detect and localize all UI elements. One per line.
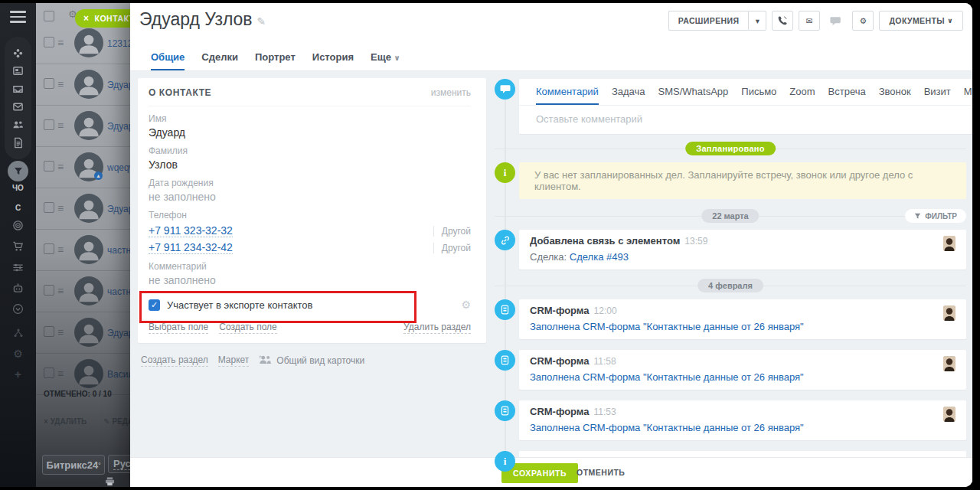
tl-tab-zoom[interactable]: Zoom <box>789 86 815 105</box>
field-label: Дата рождения <box>149 178 471 188</box>
planned-divider: Запланировано <box>495 142 966 155</box>
edit-section-link[interactable]: изменить <box>431 87 471 98</box>
inbox-icon[interactable] <box>12 83 24 95</box>
chevron-down-icon[interactable] <box>0 303 36 315</box>
field-value-birthdate: не заполнено <box>149 191 471 203</box>
edit-title-icon[interactable]: ✎ <box>257 15 266 28</box>
card-view-link[interactable]: Общий вид карточки <box>276 355 364 366</box>
contact-header: Эдуард Узлов✎ Общие Сделки Портрет Истор… <box>130 3 972 71</box>
phone-link[interactable]: +7 911 234-32-42 <box>149 241 233 254</box>
contact-list-row[interactable]: ≡Эдуард <box>36 106 130 147</box>
create-section-link[interactable]: Создать раздел <box>141 354 208 367</box>
timeline-entry-crm-form[interactable]: CRM-форма12:00 Заполнена CRM-форма "Конт… <box>519 299 966 339</box>
menu-icon[interactable] <box>10 11 26 26</box>
field-label: Фамилия <box>149 145 471 156</box>
bitrix24-app: ЧО С ⚙ + ⚙ ≡123123 ≡Эдуарж ≡Эдуард ≡wqeq… <box>0 3 972 487</box>
tl-tab-letter[interactable]: Письмо <box>741 86 776 105</box>
section-title: О КОНТАКТЕ <box>149 87 211 98</box>
settings-gear-button[interactable]: ⚙ <box>852 11 874 31</box>
timeline-entry-crm-form[interactable]: CRM-форма11:58 Заполнена CRM-форма "Конт… <box>519 350 966 390</box>
tab-more[interactable]: Еще ∨ <box>371 51 400 70</box>
tl-tab-sms[interactable]: SMS/WhatsApp <box>658 86 729 105</box>
contact-slider: Эдуард Узлов✎ Общие Сделки Портрет Истор… <box>130 3 972 487</box>
export-checkbox[interactable]: ✓ <box>149 299 160 311</box>
target-icon[interactable] <box>0 220 36 231</box>
timeline-tabs: Комментарий Задача SMS/WhatsApp Письмо Z… <box>519 79 972 106</box>
avatar <box>943 305 956 321</box>
gear-icon[interactable]: ⚙ <box>0 348 36 360</box>
tab-portrait[interactable]: Портрет <box>255 51 296 70</box>
timeline-entry-link[interactable]: Добавлена связь с элементом13:59 Сделка:… <box>519 230 966 270</box>
tab-deals[interactable]: Сделки <box>201 51 238 70</box>
deal-link[interactable]: Сделка #493 <box>570 251 629 263</box>
crm-form-link[interactable]: Заполнена CRM-форма "Контактные данные о… <box>530 371 804 383</box>
comment-bubble-icon <box>495 79 515 100</box>
tl-tab-market[interactable]: Маркет <box>964 86 972 105</box>
printer-icon[interactable] <box>105 475 115 487</box>
avatar <box>943 407 956 422</box>
date-divider: 22 марта ФИЛЬТР <box>495 209 966 223</box>
sliders-icon[interactable] <box>0 262 36 273</box>
bot-icon[interactable] <box>0 283 36 294</box>
mail-icon[interactable] <box>12 101 24 113</box>
cart-icon[interactable] <box>0 240 36 252</box>
contact-list-row[interactable]: ≡частно <box>36 271 130 312</box>
crm-form-link[interactable]: Заполнена CRM-форма "Контактные данные о… <box>530 321 804 332</box>
phone-type: Другой <box>433 243 471 253</box>
sidebar-icon-group <box>5 37 31 159</box>
close-icon[interactable]: × <box>83 13 90 24</box>
contact-list-row[interactable]: ≡123123 <box>36 23 130 64</box>
cancel-button[interactable]: ОТМЕНИТЬ <box>577 468 625 477</box>
main-sidebar: ЧО С ⚙ + <box>0 3 36 487</box>
contact-list-row[interactable]: ≡Эдуард <box>36 188 130 230</box>
delete-section-link[interactable]: Удалить раздел <box>403 322 471 334</box>
tab-general[interactable]: Общие <box>151 51 185 70</box>
call-button[interactable] <box>772 11 793 31</box>
date-chip: 22 марта <box>701 209 759 223</box>
filter-button[interactable]: ФИЛЬТР <box>905 209 966 223</box>
news-icon[interactable] <box>12 65 24 77</box>
info-icon: i <box>495 451 515 472</box>
network-icon[interactable] <box>0 328 36 338</box>
contact-list-row[interactable]: ≡Васили <box>36 354 130 395</box>
users-icon[interactable] <box>12 119 24 130</box>
delete-button[interactable]: × УДАЛИТЬ <box>44 417 87 426</box>
tl-tab-comment[interactable]: Комментарий <box>536 86 599 105</box>
export-checkbox-row: ✓ Участвует в экспорте контактов ⚙ <box>149 299 471 311</box>
channel-badge-icon: ▲ <box>94 172 103 180</box>
extensions-caret-button[interactable]: ▾ <box>748 11 766 31</box>
extensions-button[interactable]: РАСШИРЕНИЯ <box>668 11 749 31</box>
avatar <box>943 236 956 251</box>
contact-list-row[interactable]: ≡Эдуард <box>36 312 130 354</box>
timeline-entry-crm-form[interactable]: CRM-форма11:53 Заполнена CRM-форма "Конт… <box>519 400 966 440</box>
tl-tab-visit[interactable]: Визит <box>924 86 951 105</box>
timeline-column: Комментарий Задача SMS/WhatsApp Письмо Z… <box>495 79 966 487</box>
document-icon[interactable] <box>12 137 24 149</box>
chat-button[interactable] <box>825 11 847 31</box>
tab-history[interactable]: История <box>312 51 354 70</box>
contact-list-row[interactable]: ≡частно <box>36 230 130 271</box>
plus-icon[interactable]: + <box>0 368 36 381</box>
sidebar-label-c[interactable]: С <box>0 204 36 212</box>
page-title: Эдуард Узлов✎ <box>139 9 266 30</box>
documents-button[interactable]: ДОКУМЕНТЫ ∨ <box>879 11 963 31</box>
comment-input[interactable] <box>519 106 972 134</box>
sidebar-label-cho[interactable]: ЧО <box>0 184 36 192</box>
field-gear-icon[interactable]: ⚙ <box>461 299 471 311</box>
email-button[interactable]: ✉ <box>799 11 820 31</box>
pulse-icon[interactable] <box>12 47 24 59</box>
crm-form-link[interactable]: Заполнена CRM-форма "Контактные данные о… <box>530 422 804 433</box>
tl-tab-meeting[interactable]: Встреча <box>828 86 866 105</box>
select-field-link[interactable]: Выбрать поле <box>149 322 208 334</box>
contact-list-row[interactable]: ≡wqeqw▲ <box>36 147 130 188</box>
tl-tab-call[interactable]: Звонок <box>879 86 911 105</box>
contact-list-row[interactable]: ≡Эдуарж <box>36 64 130 106</box>
select-all-checkbox[interactable] <box>44 11 54 21</box>
tl-tab-task[interactable]: Задача <box>612 86 645 105</box>
empty-plan-notice: У вас нет запланированных дел. Запланиру… <box>519 162 966 199</box>
header-buttons: РАСШИРЕНИЯ ▾ ✉ ⚙ ДОКУМЕНТЫ ∨ <box>668 11 963 31</box>
market-link[interactable]: Маркет <box>218 354 250 367</box>
create-field-link[interactable]: Создать поле <box>219 322 277 334</box>
phone-link[interactable]: +7 911 323-32-32 <box>149 224 233 237</box>
filter-icon[interactable] <box>8 161 28 181</box>
